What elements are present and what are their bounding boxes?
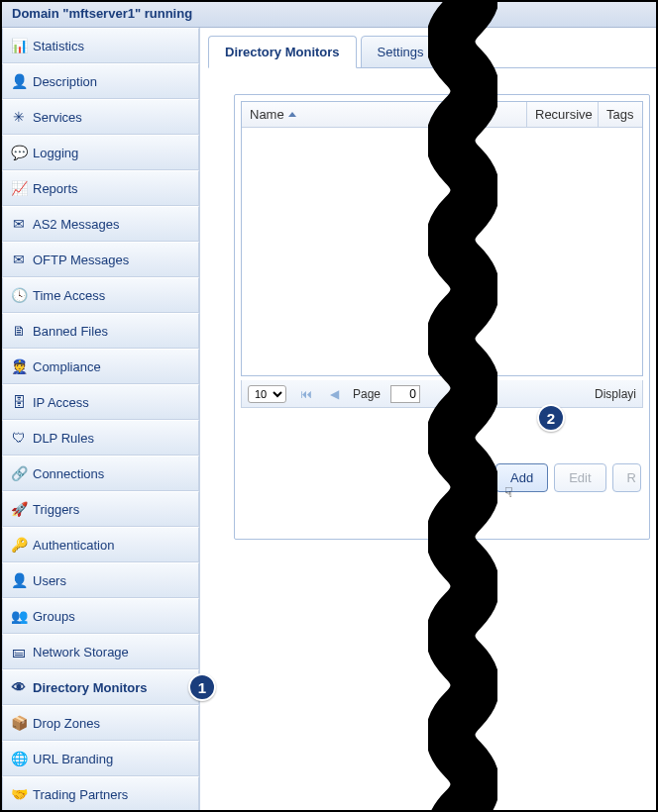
sidebar-item-label: Reports [33,181,78,196]
sidebar-item-trading-partners[interactable]: 🤝Trading Partners [2,776,199,812]
sidebar-item-label: Directory Monitors [33,680,148,695]
cursor-hand-icon: ☟ [504,484,513,500]
sort-asc-icon [288,112,296,117]
sidebar-item-statistics[interactable]: 📊Statistics [2,28,199,63]
sidebar-item-users[interactable]: 👤Users [2,562,199,598]
sidebar-item-label: Trading Partners [33,787,128,802]
callout-1: 1 [188,673,216,701]
tab-label: Directory Monitors [225,45,340,59]
sidebar-item-time-access[interactable]: 🕓Time Access [2,277,199,313]
sidebar-item-label: Banned Files [33,324,108,339]
monitors-grid: Name Recursive Tags [241,101,643,376]
display-text: Displayi [595,387,636,401]
connections-icon: 🔗 [11,465,27,481]
sidebar-item-label: AS2 Messages [33,217,119,232]
authentication-icon: 🔑 [11,537,27,553]
sidebar-item-as2-messages[interactable]: ✉AS2 Messages [2,206,199,242]
description-icon: 👤 [11,73,27,89]
statistics-icon: 📊 [11,38,27,53]
sidebar-item-compliance[interactable]: 👮Compliance [2,349,199,384]
tab-body: Name Recursive Tags [208,67,656,540]
sidebar-item-groups[interactable]: 👥Groups [2,598,199,634]
sidebar-item-label: DLP Rules [33,431,94,446]
col-header-tags[interactable]: Tags [599,102,642,127]
tab-directory-monitors[interactable]: Directory Monitors [208,36,357,68]
col-header-name[interactable]: Name [242,102,527,127]
sidebar-item-label: Logging [33,146,78,160]
tabs: Directory Monitors Settings [208,36,656,68]
sidebar-item-label: Connections [33,466,104,481]
sidebar-item-logging[interactable]: 💬Logging [2,135,199,170]
btn-label: R [627,470,636,485]
banned-files-icon: 🗎 [11,323,27,339]
sidebar-item-label: IP Access [33,395,89,410]
main-area: Directory Monitors Settings Name Recursi… [200,28,656,810]
sidebar-item-triggers[interactable]: 🚀Triggers [2,491,199,527]
page-size-select[interactable]: 10 [248,385,286,403]
pager: 10 ⏮ ◀ Page Displayi [241,380,643,408]
sidebar-item-label: Drop Zones [33,716,100,731]
compliance-icon: 👮 [11,358,27,374]
sidebar-item-drop-zones[interactable]: 📦Drop Zones [2,705,199,741]
button-row: 2 Add ☟ Edit R [235,414,649,492]
directory-monitors-icon: 👁 [11,679,27,695]
sidebar: 📊Statistics👤Description✳Services💬Logging… [2,28,200,810]
btn-label: Add [510,470,533,485]
url-branding-icon: 🌐 [11,751,27,766]
add-button[interactable]: Add ☟ [495,463,548,492]
groups-icon: 👥 [11,608,27,624]
tab-settings[interactable]: Settings [361,36,441,68]
btn-label: Edit [569,470,591,485]
tab-label: Settings [378,45,424,59]
sidebar-item-oftp-messages[interactable]: ✉OFTP Messages [2,242,199,277]
services-icon: ✳ [11,109,27,125]
sidebar-item-label: Statistics [33,39,84,53]
sidebar-item-banned-files[interactable]: 🗎Banned Files [2,313,199,349]
sidebar-item-dlp-rules[interactable]: 🛡DLP Rules [2,420,199,456]
edit-button: Edit [554,463,605,492]
window-header: Domain "mftserver1" running [2,2,656,28]
as2-messages-icon: ✉ [11,216,27,232]
logging-icon: 💬 [11,145,27,160]
sidebar-item-directory-monitors[interactable]: 👁Directory Monitors1 [2,669,199,705]
sidebar-item-label: Groups [33,609,75,624]
col-label: Recursive [535,107,593,122]
sidebar-item-services[interactable]: ✳Services [2,99,199,135]
prev-page-icon[interactable]: ◀ [326,387,343,401]
sidebar-item-label: Users [33,573,66,588]
sidebar-item-reports[interactable]: 📈Reports [2,170,199,206]
sidebar-item-label: Time Access [33,288,105,303]
users-icon: 👤 [11,572,27,588]
dlp-rules-icon: 🛡 [11,430,27,446]
reports-icon: 📈 [11,180,27,196]
drop-zones-icon: 📦 [11,715,27,731]
col-label: Name [250,107,284,122]
sidebar-item-connections[interactable]: 🔗Connections [2,456,199,491]
triggers-icon: 🚀 [11,501,27,517]
sidebar-item-label: Authentication [33,538,114,553]
oftp-messages-icon: ✉ [11,252,27,267]
callout-2: 2 [537,404,565,432]
col-label: Tags [606,107,633,122]
ip-access-icon: 🗄 [11,394,27,410]
sidebar-item-authentication[interactable]: 🔑Authentication [2,527,199,562]
sidebar-item-label: Triggers [33,502,79,517]
sidebar-item-label: Network Storage [33,645,129,660]
network-storage-icon: 🖴 [11,644,27,660]
time-access-icon: 🕓 [11,287,27,303]
sidebar-item-label: Description [33,74,97,89]
sidebar-item-ip-access[interactable]: 🗄IP Access [2,384,199,420]
col-header-recursive[interactable]: Recursive [527,102,599,127]
sidebar-item-network-storage[interactable]: 🖴Network Storage [2,634,199,669]
page-label: Page [353,387,381,401]
page-input[interactable] [390,385,420,403]
first-page-icon[interactable]: ⏮ [296,387,316,401]
sidebar-item-description[interactable]: 👤Description [2,63,199,99]
sidebar-item-url-branding[interactable]: 🌐URL Branding [2,741,199,776]
grid-header: Name Recursive Tags [242,102,642,128]
remove-button-partial: R [612,463,641,492]
sidebar-item-label: Services [33,110,82,125]
window-title: Domain "mftserver1" running [12,6,192,21]
trading-partners-icon: 🤝 [11,786,27,802]
sidebar-item-label: OFTP Messages [33,253,129,267]
